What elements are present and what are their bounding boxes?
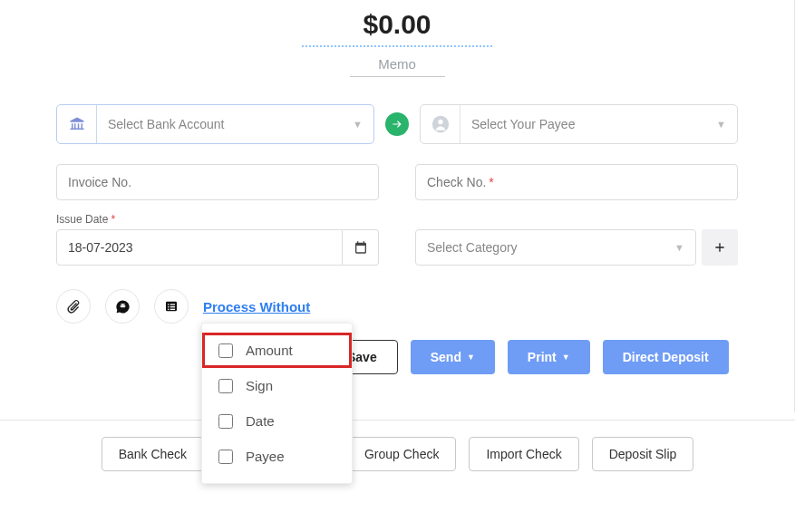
deposit-slip-button[interactable]: Deposit Slip (592, 437, 694, 471)
direct-deposit-button[interactable]: Direct Deposit (603, 340, 729, 374)
svg-point-1 (438, 120, 442, 124)
process-without-link[interactable]: Process Without (203, 299, 310, 314)
date-checkbox[interactable] (218, 414, 233, 429)
process-without-payee[interactable]: Payee (202, 439, 352, 474)
group-check-button[interactable]: Group Check (347, 437, 456, 471)
add-category-button[interactable] (702, 229, 738, 266)
invoice-placeholder: Invoice No. (68, 175, 131, 189)
check-no-input[interactable]: Check No. * (415, 164, 738, 200)
chevron-down-icon: ▼ (467, 353, 475, 362)
process-without-amount[interactable]: Amount (202, 333, 352, 368)
amount-checkbox[interactable] (218, 343, 233, 358)
payee-select[interactable]: Select Your Payee ▼ (420, 104, 738, 144)
chevron-down-icon: ▼ (674, 242, 684, 253)
svg-rect-3 (168, 304, 169, 305)
svg-rect-8 (170, 309, 175, 310)
payee-checkbox[interactable] (218, 450, 233, 464)
sign-checkbox[interactable] (218, 379, 233, 393)
bank-placeholder: Select Bank Account (97, 117, 342, 131)
print-button[interactable]: Print▼ (508, 340, 590, 374)
issue-date-label: Issue Date* (56, 213, 379, 226)
list-button[interactable] (154, 289, 189, 324)
bank-icon (57, 105, 97, 143)
user-icon (421, 105, 461, 143)
svg-rect-7 (168, 309, 169, 310)
required-mark: * (489, 175, 493, 189)
chevron-down-icon: ▼ (705, 119, 737, 130)
svg-rect-5 (168, 306, 169, 307)
comment-button[interactable] (105, 289, 140, 324)
chevron-down-icon: ▼ (342, 119, 373, 130)
svg-rect-6 (170, 306, 175, 307)
invoice-no-input[interactable]: Invoice No. (56, 164, 379, 200)
process-without-sign[interactable]: Sign (202, 368, 352, 403)
attachment-button[interactable] (56, 289, 91, 324)
bank-account-select[interactable]: Select Bank Account ▼ (56, 104, 374, 144)
process-without-popup: Amount Sign Date Payee (201, 323, 353, 484)
check-placeholder: Check No. (427, 175, 486, 189)
amount-value[interactable]: $0.00 (363, 9, 431, 40)
bank-check-button[interactable]: Bank Check (102, 437, 204, 471)
send-button[interactable]: Send▼ (411, 340, 495, 374)
process-without-date[interactable]: Date (202, 403, 352, 439)
issue-date-input[interactable]: 18-07-2023 (56, 229, 343, 266)
amount-underline (302, 45, 492, 47)
import-check-button[interactable]: Import Check (469, 437, 578, 471)
svg-rect-4 (170, 304, 175, 305)
category-placeholder: Select Category (427, 240, 518, 255)
category-select[interactable]: Select Category ▼ (415, 229, 696, 266)
bottom-bar: Bank Check Multiple Check Group Check Im… (0, 420, 795, 488)
chevron-down-icon: ▼ (562, 353, 570, 362)
payee-placeholder: Select Your Payee (461, 117, 705, 131)
memo-input[interactable]: Memo (350, 56, 445, 77)
arrow-right-icon (385, 112, 409, 136)
calendar-icon[interactable] (343, 229, 379, 266)
